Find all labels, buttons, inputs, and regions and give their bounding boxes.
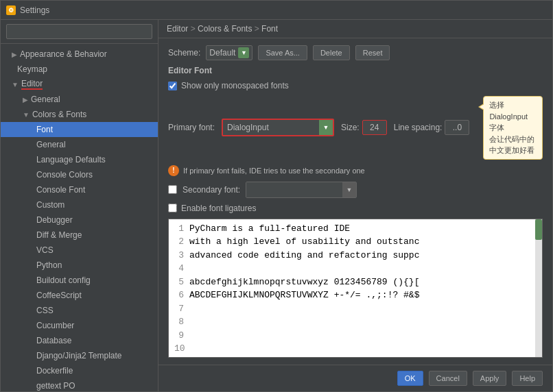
primary-font-label: Primary font:: [168, 123, 215, 132]
spacing-wrap: Line spacing:: [394, 120, 470, 135]
sidebar-item-colors-fonts[interactable]: ▼ Colors & Fonts: [1, 107, 158, 122]
editor-font-section: Editor Font: [168, 66, 543, 75]
secondary-checkbox[interactable]: [168, 185, 177, 194]
callout-bubble: 选择 DialogInput 字体 会让代码中的中文更加好看: [483, 96, 543, 160]
scheme-select[interactable]: Default ▼: [206, 45, 252, 60]
main-content: ▶ Appearance & Behavior Keymap ▼ Editor …: [1, 20, 552, 391]
line-num: 8: [174, 315, 184, 329]
monospaced-checkbox[interactable]: [168, 82, 177, 90]
reset-button[interactable]: Reset: [355, 45, 390, 60]
sidebar-label: Python: [36, 260, 62, 270]
ligatures-checkbox[interactable]: [168, 204, 177, 212]
sidebar-item-debugger[interactable]: Debugger: [1, 212, 158, 228]
secondary-font-input[interactable]: [246, 182, 342, 197]
sidebar-item-font[interactable]: Font: [1, 122, 158, 137]
secondary-font-row: Secondary font: ▼: [168, 182, 543, 198]
line-num: 7: [174, 302, 184, 316]
preview-line: 2 with a high level of usability and out…: [174, 235, 537, 249]
preview-line: 4: [174, 262, 537, 275]
sidebar-item-console-colors[interactable]: Console Colors: [1, 167, 158, 182]
sidebar-label: Django/Jinja2 Template: [36, 351, 122, 360]
sidebar-item-diff-merge[interactable]: Diff & Merge: [1, 228, 158, 243]
sidebar-label: General: [31, 95, 60, 104]
sidebar-item-appearance[interactable]: ▶ Appearance & Behavior: [1, 47, 158, 62]
spacing-label: Line spacing:: [394, 123, 443, 132]
search-input[interactable]: [6, 24, 152, 39]
bottom-bar: OK Cancel Apply Help: [158, 365, 552, 391]
line-num: 5: [174, 275, 184, 289]
sidebar-label: Language Defaults: [36, 155, 106, 164]
secondary-font-input-wrap: ▼: [246, 182, 357, 198]
secondary-font-dropdown[interactable]: ▼: [342, 182, 356, 197]
preview-line: 8: [174, 315, 537, 329]
line-num: 2: [174, 235, 184, 249]
sidebar-item-python[interactable]: Python: [1, 258, 158, 273]
callout-line1: 选择 DialogInput 字体: [489, 99, 537, 134]
ligatures-row: Enable font ligatures: [168, 204, 543, 213]
primary-font-dropdown[interactable]: ▼: [319, 120, 333, 135]
sidebar-label: Keymap: [17, 64, 47, 74]
sidebar-item-language-defaults[interactable]: Language Defaults: [1, 152, 158, 167]
right-panel: Editor > Colors & Fonts > Font Scheme: D…: [158, 20, 552, 391]
sidebar-item-gettext[interactable]: gettext PO: [1, 378, 158, 391]
sidebar-item-console-font[interactable]: Console Font: [1, 182, 158, 197]
sidebar-item-custom[interactable]: Custom: [1, 197, 158, 212]
preview-scrollbar[interactable]: [535, 219, 542, 358]
search-bar: [1, 20, 158, 44]
apply-button[interactable]: Apply: [473, 371, 507, 386]
sidebar-label: Dockerfile: [36, 366, 73, 376]
expand-arrow: ▼: [12, 81, 19, 88]
sidebar-label: Appearance & Behavior: [20, 49, 107, 59]
scheme-dropdown-arrow[interactable]: ▼: [238, 47, 249, 58]
primary-font-input[interactable]: [223, 120, 319, 135]
cancel-button[interactable]: Cancel: [429, 371, 467, 386]
scheme-row: Scheme: Default ▼ Save As... Delete Rese…: [168, 45, 543, 60]
sidebar-item-css[interactable]: CSS: [1, 303, 158, 318]
breadcrumb: Editor > Colors & Fonts > Font: [158, 20, 552, 38]
sidebar-item-django[interactable]: Django/Jinja2 Template: [1, 348, 158, 363]
spacing-input[interactable]: [445, 120, 469, 135]
sidebar-item-keymap[interactable]: Keymap: [1, 62, 158, 77]
help-button[interactable]: Help: [512, 371, 543, 386]
scheme-label: Scheme:: [168, 48, 200, 58]
sidebar-item-cucumber[interactable]: Cucumber: [1, 318, 158, 333]
preview-line: 3 advanced code editing and refactoring …: [174, 249, 537, 262]
preview-text: advanced code editing and refactoring su…: [189, 249, 419, 262]
delete-button[interactable]: Delete: [313, 45, 350, 60]
sidebar-item-general[interactable]: ▶ General: [1, 92, 158, 107]
breadcrumb-sep1: >: [191, 24, 198, 34]
size-wrap: Size:: [341, 120, 387, 135]
sidebar-item-dockerfile[interactable]: Dockerfile: [1, 363, 158, 378]
sidebar-item-database[interactable]: Database: [1, 333, 158, 348]
expand-arrow: ▶: [23, 96, 28, 103]
breadcrumb-colors: Colors & Fonts: [198, 24, 252, 34]
sidebar-item-general2[interactable]: General: [1, 137, 158, 152]
sidebar-label: Colors & Fonts: [32, 110, 86, 119]
sidebar-label: CSS: [36, 306, 54, 315]
preview-area: 1 PyCharm is a full-featured IDE 2 with …: [168, 219, 543, 358]
breadcrumb-editor: Editor: [167, 24, 188, 34]
preview-line: 1 PyCharm is a full-featured IDE: [174, 222, 537, 236]
sidebar-item-editor[interactable]: ▼ Editor: [1, 77, 158, 92]
ligatures-label: Enable font ligatures: [181, 204, 256, 213]
preview-text: with a high level of usability and outst…: [189, 235, 419, 249]
preview-scrollbar-thumb[interactable]: [535, 219, 542, 240]
sidebar-item-buildout[interactable]: Buildout config: [1, 273, 158, 288]
sidebar-label: Diff & Merge: [36, 230, 82, 240]
preview-text: ABCDEFGHIJKLMNOPQRSTUVWXYZ +-*/= .,;:!? …: [189, 289, 419, 302]
ok-button[interactable]: OK: [397, 371, 423, 386]
info-text: If primary font fails, IDE tries to use …: [183, 167, 365, 175]
breadcrumb-sep2: >: [255, 24, 261, 34]
save-as-button[interactable]: Save As...: [258, 45, 307, 60]
primary-font-row: Primary font: ▼ Size: Line spacing:: [168, 96, 543, 160]
size-input[interactable]: [362, 120, 387, 135]
sidebar-item-coffeescript[interactable]: CoffeeScript: [1, 288, 158, 303]
secondary-font-label: Secondary font:: [183, 185, 240, 195]
sidebar-label: Console Font: [36, 185, 85, 195]
sidebar-label: gettext PO: [36, 381, 75, 391]
window-title: Settings: [20, 5, 49, 15]
breadcrumb-font: Font: [261, 24, 278, 34]
line-num: 3: [174, 249, 184, 262]
line-num: 1: [174, 222, 184, 236]
sidebar-item-vcs[interactable]: VCS: [1, 243, 158, 258]
